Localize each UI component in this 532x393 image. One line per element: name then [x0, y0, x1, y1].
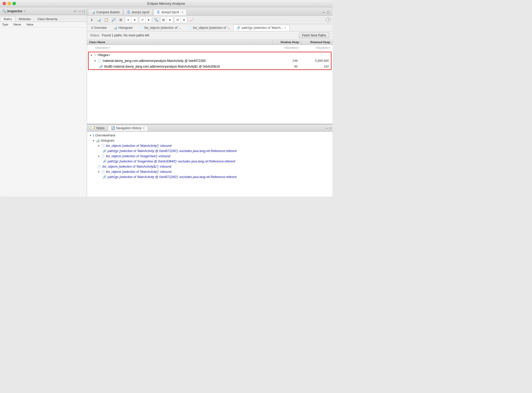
bottom-maximize-icon[interactable]: □ [330, 126, 331, 130]
table-row-regex[interactable]: ▼ ⤷ <Regex> [89, 52, 331, 58]
maximize-button[interactable] [12, 2, 16, 5]
nav-item-6[interactable]: 📄 list_objects [selection of 'MainActivi… [87, 164, 332, 169]
close-button[interactable] [3, 2, 6, 5]
col-value: Value [26, 23, 33, 26]
nav-item-4[interactable]: ▼ 📄 list_objects [selection of 'ImageVie… [87, 154, 332, 159]
path2gc-close-icon[interactable]: ✕ [284, 27, 286, 29]
sub-tab-overview[interactable]: ℹ Overview [88, 25, 110, 31]
tab-class-hierarchy[interactable]: Class Hierarchy [34, 16, 61, 22]
nav-item-2[interactable]: ▼ 📄 list_objects [selection of 'MainActi… [87, 143, 332, 148]
this0-link-icon: 🔗 [99, 65, 103, 69]
sub-tab-list2[interactable]: 📄 list_objects [selection of '... [185, 25, 233, 31]
query-button[interactable]: 🔎 [110, 17, 117, 23]
inspector-header: 🔍 Inspector ✕ ⤺ ─ □ [0, 7, 87, 15]
col-type: Type [2, 23, 8, 26]
nav-text-3: path2gc [selection of 'MainActivity @ 0x… [108, 149, 237, 153]
tab-dump2[interactable]: 🗄 dump2.hprof ✕ [153, 9, 187, 15]
sub-tab-list1[interactable]: 📄 list_objects [selection of '... [136, 25, 185, 31]
sub-tab-path2gc[interactable]: 🔗 path2gc [selection of 'MainA... ✕ [233, 25, 290, 31]
nav-text-4: list_objects [selection of 'ImageView'] … [106, 154, 170, 158]
sub-tab-path2gc-label: path2gc [selection of 'MainA... [242, 26, 283, 30]
sub-tab-list2-label: list_objects [selection of '... [193, 26, 230, 30]
nav-item-1[interactable]: ▼ 📊 histogram [87, 138, 332, 143]
table-row-this0[interactable]: 🔗 this$0 material.danny_jiang.com.adbmem… [89, 64, 331, 69]
help-button[interactable]: ? [326, 17, 331, 22]
db2-icon: 🗄 [157, 10, 160, 14]
right-panel-minimize-icon[interactable]: ─ [323, 10, 325, 14]
histogram-chart-icon: 📊 [114, 26, 117, 30]
notes-icon: 📝 [91, 126, 95, 130]
export-button[interactable]: ↗ [139, 17, 145, 23]
tab-notes[interactable]: 📝 Notes [88, 125, 108, 131]
export-dropdown-button[interactable]: ▾ [145, 17, 152, 23]
tab-compare-basket[interactable]: 📊 Compare Basket [88, 9, 123, 15]
numeric-placeholder-shallow: <Numeric> [273, 45, 301, 50]
nav-item-8[interactable]: 🔗 path2gc [selection of 'MainActivity @ … [87, 174, 332, 180]
table-row-mainactivity[interactable]: ▼ 📄 material.danny_jiang.com.adbmemoryan… [89, 58, 331, 64]
nav-item-5[interactable]: 🔗 path2gc [selection of 'ImageView @ 0xb… [87, 159, 332, 164]
title-bar: Eclipse Memory Analyzer [0, 0, 332, 7]
inspector-maximize-icon[interactable]: □ [83, 9, 85, 13]
col-shallow-heap: Shallow Heap [273, 40, 301, 45]
window-title: Eclipse Memory Analyzer [147, 2, 185, 5]
inspector-minimize-icon[interactable]: ─ [78, 9, 81, 13]
search-button[interactable]: 🔍 [153, 17, 159, 23]
overview-icon: ℹ [91, 26, 93, 30]
notes-label: Notes [96, 126, 104, 130]
tab-navigation-history[interactable]: 🔄 Navigation History ✕ [108, 125, 148, 131]
sub-tab-histogram[interactable]: 📊 Histogram [110, 25, 136, 31]
nav-doc-icon-6: 📄 [97, 165, 101, 168]
nav-arrow-4: ▼ [97, 155, 100, 158]
action-dropdown-button[interactable]: ▾ [181, 17, 187, 23]
window-controls[interactable] [3, 2, 16, 5]
tab-dump1[interactable]: 🗄 dump1.hprof [123, 9, 152, 15]
nav-link-icon-8: 🔗 [103, 175, 107, 179]
minimize-button[interactable] [8, 2, 11, 5]
bottom-area: 📝 Notes 🔄 Navigation History ✕ ─ □ ▼ ℹ [87, 124, 332, 197]
right-panel-maximize-icon[interactable]: □ [327, 10, 329, 14]
nav-text-7: list_objects [selection of 'MainActivity… [106, 170, 171, 174]
table-row-numeric[interactable]: <Numeric> <Numeric> <Numeric> [87, 45, 332, 51]
inspector-tab-bar: Statics Attributes Class Hierarchy [0, 15, 87, 22]
nav-arrow-0: ▼ [89, 134, 92, 137]
histogram-button[interactable]: 📊 [96, 17, 102, 23]
nav-list-button[interactable]: ≡ [125, 17, 131, 23]
nav-text-5: path2gc [selection of 'ImageView @ 0xb4c… [108, 160, 235, 163]
nav-item-3[interactable]: 🔗 path2gc [selection of 'MainActivity @ … [87, 148, 332, 154]
nav-close-icon[interactable]: ✕ [143, 127, 145, 129]
selected-rows-group: ▼ ⤷ <Regex> ▼ 📄 material.danny_jiang.com… [88, 52, 331, 70]
tab-statics[interactable]: Statics [0, 16, 15, 22]
status-message: Found 1 paths. No more paths left. [102, 34, 150, 37]
fetch-next-paths-button[interactable]: Fetch Next Paths [299, 32, 329, 38]
nav-doc-icon-7: 📄 [101, 170, 105, 174]
row-main-retained: 5,889,680 [300, 58, 331, 63]
nav-link-icon-5: 🔗 [103, 160, 107, 163]
mainactivity-text: material.danny_jiang.com.adbmemoryanalyz… [103, 59, 206, 63]
status-label: Status: [90, 34, 100, 37]
numeric-placeholder-class: <Numeric> [95, 46, 110, 50]
nav-dropdown-button[interactable]: ▾ [131, 17, 138, 23]
settings-button[interactable]: ⚙ [118, 17, 124, 23]
nav-item-7[interactable]: ▼ 📄 list_objects [selection of 'MainActi… [87, 169, 332, 174]
nav-text-2: list_objects [selection of 'MainActivity… [106, 144, 171, 148]
bottom-minimize-icon[interactable]: ─ [326, 126, 328, 130]
view-button[interactable]: ⊞ [161, 17, 167, 23]
tab-attributes[interactable]: Attributes [15, 16, 34, 22]
expand-arrow-main[interactable]: ▼ [94, 60, 96, 62]
action-button[interactable]: ↺ [175, 17, 181, 23]
inspector-back-icon[interactable]: ⤺ [74, 9, 77, 13]
tab-dump2-close-icon[interactable]: ✕ [181, 11, 183, 14]
info-button[interactable]: ℹ [89, 17, 95, 23]
chart-button[interactable]: 📈 [188, 17, 195, 23]
nav-item-0[interactable]: ▼ ℹ OverviewPane [87, 133, 332, 138]
list-objects-button[interactable]: 📋 [103, 17, 109, 23]
right-panel: 📊 Compare Basket 🗄 dump1.hprof 🗄 dump2.h… [87, 7, 332, 197]
expand-arrow-regex[interactable]: ▼ [90, 54, 93, 57]
mainactivity-doc-icon: 📄 [97, 59, 102, 63]
db1-icon: 🗄 [127, 10, 130, 14]
status-bar: Status: Found 1 paths. No more paths lef… [87, 31, 332, 40]
view-dropdown-button[interactable]: ▾ [167, 17, 173, 23]
inspector-title: Inspector [7, 9, 23, 13]
nav-doc-icon-4: 📄 [101, 154, 105, 158]
inspector-close-icon[interactable]: ✕ [24, 10, 26, 12]
